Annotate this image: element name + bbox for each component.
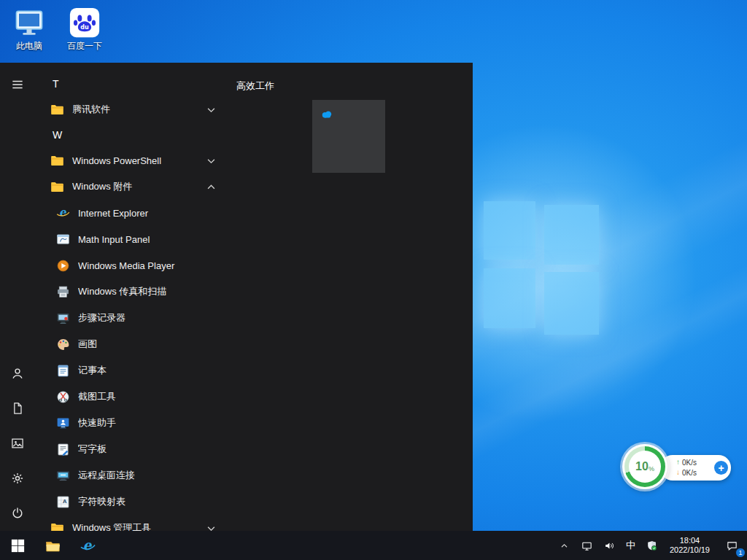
app-list-app[interactable]: 写字板 <box>35 436 226 462</box>
rail-settings-button[interactable] <box>0 461 35 496</box>
app-label: Windows 传真和扫描 <box>78 285 219 298</box>
start-menu: T腾讯软件WWindows PowerShellWindows 附件eInter… <box>0 63 473 531</box>
tray-date: 2022/10/19 <box>670 545 710 555</box>
windows-logo-icon <box>9 537 26 554</box>
app-list-section-header[interactable]: W <box>35 122 226 147</box>
app-list-folder[interactable]: Windows 附件 <box>35 174 226 200</box>
start-button[interactable] <box>0 531 35 560</box>
app-list-app[interactable]: 记事本 <box>35 357 226 384</box>
app-list-app[interactable]: Windows Media Player <box>35 252 226 279</box>
app-label: Math Input Panel <box>78 234 219 245</box>
tile-group-title[interactable]: 高效工作 <box>236 79 274 93</box>
defender-button[interactable] <box>640 531 663 560</box>
rail-pictures-button[interactable] <box>0 426 35 461</box>
start-tile-area: 高效工作 <box>236 63 462 531</box>
app-label: Windows Media Player <box>78 260 219 271</box>
desktop-icon-this-pc[interactable]: 此电脑 <box>3 6 55 54</box>
browser-e-icon: e <box>80 537 96 554</box>
browser-button[interactable]: e <box>70 531 105 560</box>
section-letter: W <box>53 129 62 141</box>
user-icon <box>10 366 25 381</box>
download-arrow-icon: ↓ <box>676 469 680 476</box>
rail-top <box>0 63 35 102</box>
speed-panel: ↑ 0K/s ↓ 0K/s + <box>660 455 731 481</box>
desktop-icon-label: 此电脑 <box>16 40 42 52</box>
desktop-icon-baidu[interactable]: du百度一下 <box>58 6 111 54</box>
svg-text:e: e <box>82 537 92 553</box>
speed-ball[interactable]: 10 % <box>622 444 667 489</box>
app-list-app[interactable]: 远程桌面连接 <box>35 462 226 489</box>
start-app-list: T腾讯软件WWindows PowerShellWindows 附件eInter… <box>35 63 226 531</box>
svg-text:A: A <box>63 499 67 505</box>
app-list-section-header[interactable]: T <box>35 71 226 96</box>
upload-arrow-icon: ↑ <box>676 459 680 466</box>
baidu-icon: du <box>69 7 100 38</box>
app-list-folder[interactable]: Windows 管理工具 <box>35 515 226 531</box>
file-explorer-button[interactable] <box>35 531 70 560</box>
network-button[interactable] <box>576 531 598 560</box>
rail-user-button[interactable] <box>0 356 35 391</box>
character-map-icon: A <box>55 494 71 510</box>
add-button[interactable]: + <box>714 461 728 475</box>
this-pc-icon <box>14 7 44 38</box>
clock[interactable]: 18:04 2022/10/19 <box>663 531 716 560</box>
app-list-app[interactable]: Windows 传真和扫描 <box>35 279 226 305</box>
wordpad-icon <box>55 442 71 457</box>
rail-menu-button[interactable] <box>0 67 35 102</box>
tile-onedrive[interactable] <box>312 100 385 173</box>
percent-sign: % <box>649 465 654 472</box>
app-list-app[interactable]: 画图 <box>35 331 226 357</box>
rail-power-button[interactable] <box>0 496 35 531</box>
start-rail <box>0 63 35 531</box>
folder-icon <box>50 153 65 168</box>
chevron-up-icon <box>204 179 219 195</box>
windows-logo-pane <box>544 205 599 265</box>
taskbar: e 中 18:04 2022/10/19 <box>0 531 747 560</box>
app-list-app[interactable]: 截图工具 <box>35 384 226 410</box>
tray-time: 18:04 <box>680 536 700 545</box>
internet-explorer-icon: e <box>55 206 71 221</box>
ime-indicator[interactable]: 中 <box>621 531 640 560</box>
cloud-icon <box>320 107 334 122</box>
app-list-app[interactable]: eInternet Explorer <box>35 200 226 226</box>
chevron-down-icon <box>204 153 219 168</box>
app-label: 远程桌面连接 <box>78 469 219 482</box>
ime-label: 中 <box>626 539 635 552</box>
desktop-icon-label: 百度一下 <box>67 40 102 52</box>
gear-icon <box>10 471 25 486</box>
app-list-folder[interactable]: 腾讯软件 <box>35 96 226 122</box>
chevron-down-icon <box>204 521 219 532</box>
app-label: 快速助手 <box>78 416 219 429</box>
svg-text:e: e <box>59 206 67 219</box>
download-speed: 0K/s <box>682 469 697 477</box>
volume-button[interactable] <box>598 531 621 560</box>
folder-icon <box>50 521 65 532</box>
paint-icon <box>55 337 71 352</box>
app-label: Windows PowerShell <box>72 155 196 166</box>
app-label: Windows 附件 <box>72 180 196 193</box>
memory-percent: 10 <box>635 460 649 473</box>
app-label: 步骤记录器 <box>78 311 219 324</box>
speed-widget: ↑ 0K/s ↓ 0K/s + 10 % <box>622 444 733 492</box>
steps-recorder-icon <box>55 311 71 326</box>
folder-icon <box>50 102 65 117</box>
action-center-button[interactable]: 1 <box>716 531 747 560</box>
app-label: Windows 管理工具 <box>72 521 196 531</box>
snipping-tool-icon <box>55 389 71 405</box>
volume-icon <box>603 540 616 552</box>
chevron-down-icon <box>204 102 219 117</box>
app-list-app[interactable]: A字符映射表 <box>35 489 226 515</box>
media-player-icon <box>55 258 71 273</box>
app-list-app[interactable]: 步骤记录器 <box>35 305 226 331</box>
app-list-folder[interactable]: Windows PowerShell <box>35 147 226 174</box>
rail-documents-button[interactable] <box>0 391 35 426</box>
app-label: 画图 <box>78 338 219 351</box>
fax-scan-icon <box>55 284 71 300</box>
shield-check-icon <box>646 540 658 552</box>
upload-speed: 0K/s <box>682 459 697 467</box>
document-icon <box>10 401 25 416</box>
hidden-icons-button[interactable] <box>553 531 576 560</box>
app-list-app[interactable]: Math Input Panel <box>35 226 226 252</box>
app-label: 记事本 <box>78 364 219 377</box>
app-list-app[interactable]: 快速助手 <box>35 410 226 436</box>
